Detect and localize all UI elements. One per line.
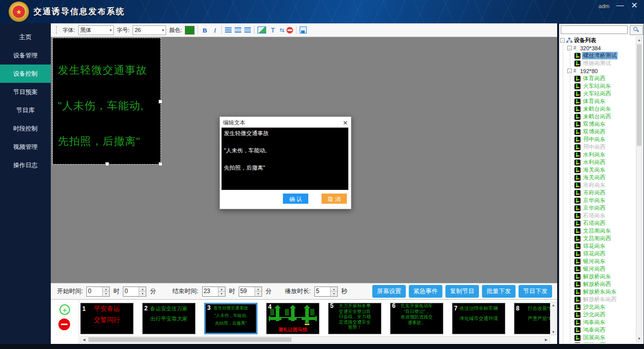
action-button[interactable]: 紧急事件 [409,285,442,298]
device-tree-item[interactable]: 鸿泰岗西 [574,326,636,334]
sidebar-item[interactable]: 节目库 [0,101,51,119]
device-tree-item[interactable]: 来鹤台岗西 [574,113,636,120]
device-tree-item[interactable]: 文昌阁岗西 [574,235,636,242]
device-tree-scrollbar[interactable]: ▲ ▼ [636,37,642,342]
led-screen-preview[interactable]: 发生轻微交通事故 "人未伤，车能动, 先拍照，后撤离" [53,38,160,164]
color-swatch[interactable] [185,26,195,35]
spin-down-icon[interactable]: ▼ [139,291,146,296]
spin-down-icon[interactable]: ▼ [218,291,225,296]
playlist-item[interactable]: 3 发生轻微交通事故 "人未伤，车能动, 先拍照，后撤离" [204,303,257,334]
spin-up-icon[interactable]: ▲ [218,287,225,292]
device-tree-item[interactable]: 火车站岗东 [574,82,636,90]
spin-down-icon[interactable]: ▼ [331,291,337,296]
device-tree-item[interactable]: 国展岗西 [574,341,636,343]
device-tree-item[interactable]: 火车站岗西 [574,90,636,98]
scrollbar-thumb[interactable] [88,337,292,342]
device-tree-item[interactable]: 解放桥东岗西 [574,296,636,303]
device-tree-item[interactable]: 邗中岗东 [574,136,636,143]
scroll-up-icon[interactable]: ▲ [551,302,556,308]
device-tree-item[interactable]: 琼花岗东 [574,242,636,250]
spin-up-icon[interactable]: ▲ [255,287,262,292]
device-tree-item[interactable]: 体育岗西 [574,75,636,82]
minimize-button[interactable]: — [615,1,626,9]
spin-up-icon[interactable]: ▲ [103,287,109,292]
playlist-horizontal-scrollbar[interactable]: ◀ ▶ [80,336,550,343]
playlist-item[interactable]: 1 平安春运 交警同行 [80,303,134,334]
device-tree-item[interactable]: 石塔岗西 [574,219,636,227]
device-tree-item[interactable]: 石塔岗东 [574,212,636,219]
device-tree-item[interactable]: 体育岗东 [574,98,636,105]
playlist-item[interactable]: 5 大力开展秋冬季 交通安全整治百 日会战，全力稳 定道路交通安全 形势！ [328,303,381,334]
playlist-item[interactable]: 7 依法治理非标车辆 净化城市交通环境 [452,303,505,334]
insert-text-icon[interactable]: T [269,27,276,34]
search-button[interactable] [630,25,643,35]
sidebar-item[interactable]: 设备管理 [0,46,51,65]
device-tree-item[interactable]: 京华岗东 [574,197,636,204]
toolbar-grip[interactable] [56,26,58,34]
stop-icon[interactable] [286,27,293,34]
spin-up-icon[interactable]: ▲ [331,287,337,292]
sidebar-item[interactable]: 节目预案 [0,83,51,101]
tree-group[interactable]: - # 192*80 [567,67,636,75]
resize-handle-corner[interactable] [158,162,163,166]
action-button[interactable]: 节目下发 [519,285,552,298]
device-tree-item[interactable]: 沙北岗西 [574,311,636,319]
resize-handle-bottom[interactable] [105,162,109,166]
playlist-item[interactable]: 6 扎实开展电动车 "百日整治"， 有效预防道路交 通事故。 [390,303,443,334]
spin-up-icon[interactable]: ▲ [139,287,146,292]
device-tree-item[interactable]: 解放桥东岗东 [574,288,636,296]
device-tree-item[interactable]: 水利岗东 [574,151,636,158]
end-hour-stepper[interactable]: 23 ▲▼ [202,287,226,297]
start-minute-stepper[interactable]: 0 ▲▼ [123,287,146,297]
sidebar-item[interactable]: 主页 [0,28,51,46]
bold-button[interactable]: B [201,27,208,34]
sidebar-item[interactable]: 时段控制 [0,119,51,138]
device-tree-item[interactable]: 海关岗东 [574,166,636,174]
scroll-up-icon[interactable]: ▲ [636,37,642,43]
resize-handle-right[interactable] [158,100,163,104]
tree-root[interactable]: - 设备列表 [560,37,636,44]
align-right-icon[interactable] [244,27,251,33]
playlist-item[interactable]: 2 春运安全连万家 出行平安靠大家 [142,303,196,334]
save-icon[interactable] [300,26,307,34]
align-left-icon[interactable] [225,27,232,33]
spin-down-icon[interactable]: ▼ [255,291,262,296]
tree-group[interactable]: - # 320*384 [567,44,636,52]
marquee-icon[interactable]: ⇆ [279,27,283,34]
device-tree-item[interactable]: 螺丝湾桥测试 [574,52,636,59]
device-tree-item[interactable]: 双博岗西 [574,128,636,136]
spin-down-icon[interactable]: ▼ [103,291,109,296]
device-search-input[interactable] [561,25,628,34]
device-tree-item[interactable]: 鸿泰岗东 [574,319,636,326]
align-center-icon[interactable] [235,27,241,33]
device-tree-item[interactable]: 市府岗西 [574,189,636,197]
end-minute-stepper[interactable]: 59 ▲▼ [239,287,262,297]
scrollbar-thumb[interactable] [637,44,641,146]
scroll-left-icon[interactable]: ◀ [81,337,87,342]
start-hour-stepper[interactable]: 0 ▲▼ [86,287,110,297]
playlist-vertical-scrollbar[interactable]: ▲ ▼ [550,302,557,335]
device-tree-item[interactable]: 来鹤台岗东 [574,105,636,113]
font-size-select[interactable]: 26 ▾ [133,25,166,35]
action-button[interactable]: 屏幕设置 [372,285,406,298]
device-tree-item[interactable]: 邗中岗西 [574,143,636,151]
scroll-right-icon[interactable]: ▶ [543,337,550,342]
remove-program-button[interactable] [58,319,70,330]
sidebar-item[interactable]: 视频管理 [0,138,51,156]
collapse-icon[interactable]: - [567,69,572,73]
device-tree-item[interactable]: 解放桥岗东 [574,273,636,280]
confirm-button[interactable]: 确 认 [283,194,308,204]
text-editor-area[interactable]: 发生轻微交通事故 "人未伤，车能动, 先拍照，后撤离" [221,128,348,190]
close-button[interactable]: ✕ [629,1,640,10]
font-select[interactable]: 黑体 ▾ [78,25,114,35]
add-program-button[interactable]: + [59,304,70,315]
device-tree-item[interactable]: 京华岗西 [574,204,636,212]
device-tree-item[interactable]: 市府岗东 [574,181,636,189]
device-tree-item[interactable]: 沙北岗东 [574,303,636,311]
device-tree-item[interactable]: 双博岗东 [574,120,636,128]
sidebar-item[interactable]: 操作日志 [0,156,51,174]
scroll-down-icon[interactable]: ▼ [551,329,556,335]
collapse-icon[interactable]: - [567,46,572,50]
device-tree-item[interactable]: 解放桥岗西 [574,280,636,288]
scroll-down-icon[interactable]: ▼ [636,336,642,342]
